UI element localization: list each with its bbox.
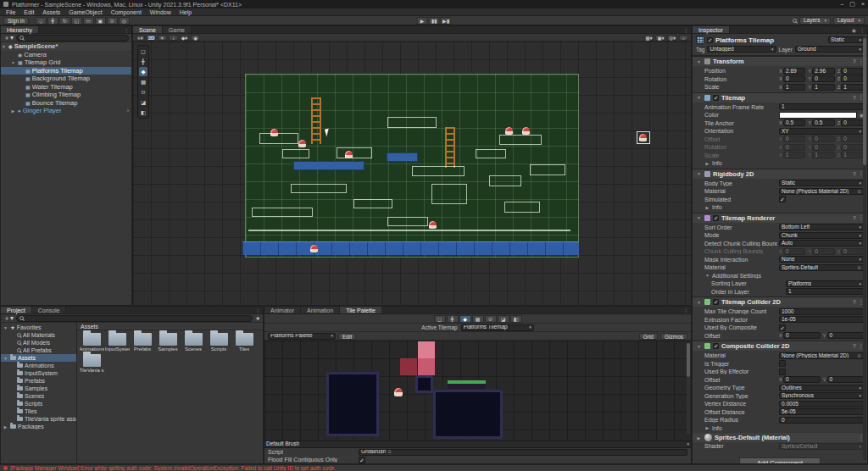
enable-checkbox[interactable]: ✓ (713, 215, 719, 221)
tag-dropdown[interactable]: Untagged▾ (707, 46, 776, 53)
asset-folder-prefabs[interactable]: Prefabs (130, 333, 155, 352)
material-header[interactable]: ▶ Sprites-Default (Material) ⋮ (693, 433, 867, 442)
component-header[interactable]: ▼Rigidbody 2D?⋮ (693, 169, 867, 179)
menu-icon[interactable]: ⋮ (860, 27, 865, 33)
close-button[interactable]: × (861, 1, 865, 8)
search-button[interactable]: ⌕ (679, 35, 688, 41)
object-picker-icon[interactable]: ⊙ (857, 353, 861, 359)
rotation-z-field[interactable]: 0 (841, 75, 864, 82)
paint-brush-tool[interactable]: ◆ (459, 315, 471, 323)
help-icon[interactable]: ? (853, 299, 856, 305)
project-tree-scenes[interactable]: Scenes (1, 392, 76, 400)
hierarchy-item-ginger-player[interactable]: ▶●Ginger Player› (1, 107, 131, 115)
brush-dropdown[interactable]: Default Brush▾ (264, 441, 691, 448)
create-add-button[interactable]: ＋▾ (3, 34, 14, 42)
asset-folder-samples[interactable]: Samples (155, 333, 181, 352)
foldout-info[interactable]: Info (712, 160, 722, 166)
camera-dropdown[interactable]: ▣▾ (655, 35, 665, 41)
edge-radius-field[interactable]: 0 (779, 417, 864, 424)
add-component-button[interactable]: Add Component (739, 457, 821, 464)
project-search-input[interactable] (16, 315, 253, 322)
active-tilemap-dropdown[interactable]: Platforms Tilemap▾ (461, 324, 534, 331)
hand-tool-button[interactable]: ◇ (36, 17, 47, 25)
rotation-y-field[interactable]: 0 (812, 75, 834, 82)
material-object-field[interactable]: None (Physics Material 2D)⊙ (779, 352, 864, 359)
offset-distance-field[interactable]: 5e-05 (779, 408, 864, 415)
fold-arrow-icon[interactable]: ▼ (696, 171, 702, 176)
help-icon[interactable]: ? (853, 215, 856, 221)
palette-tile-dungeon[interactable] (415, 375, 433, 393)
script-object-field[interactable]: GridBrush⊙ (359, 449, 687, 456)
sign-in-button[interactable]: Sign in (3, 17, 29, 25)
material-object-field[interactable]: None (Physics Material 2D)⊙ (779, 188, 864, 195)
audio-toggle[interactable]: ♪ (169, 35, 178, 41)
asset-folder-tiles[interactable]: Tiles (231, 333, 257, 352)
palette-tile-pink[interactable] (418, 341, 435, 358)
object-picker-icon[interactable]: ⊙ (857, 189, 861, 195)
foldout-additional-settings[interactable]: Additional Settings (712, 273, 761, 279)
animation-frame-rate-field[interactable]: 1 (779, 103, 864, 110)
fold-arrow-icon[interactable]: ▶ (704, 205, 710, 210)
fold-arrow-icon[interactable]: ▼ (3, 325, 8, 330)
menu-icon[interactable]: ⋮ (124, 27, 129, 33)
project-tree-prefabs[interactable]: Prefabs (1, 377, 76, 385)
active-checkbox[interactable]: ✓ (707, 37, 713, 43)
tile-anchor-z-field[interactable]: 0 (841, 119, 864, 126)
menu-component[interactable]: Component (107, 8, 146, 16)
layout-dropdown[interactable]: Layout▾ (833, 17, 865, 25)
fold-arrow-icon[interactable]: ▼ (3, 356, 8, 361)
scale-x-field[interactable]: 1 (783, 152, 805, 158)
asset-folder-scenes[interactable]: Scenes (181, 333, 206, 352)
menu-icon[interactable]: ⋮ (255, 308, 260, 313)
project-tree-all-materials[interactable]: All Materials (1, 331, 76, 339)
box-fill-tool[interactable]: ▩ (139, 77, 147, 86)
menu-file[interactable]: File (2, 8, 19, 16)
asset-folder-animations[interactable]: Animations (79, 333, 104, 352)
tab-console[interactable]: Console (32, 307, 67, 313)
palette-tile-mushroom[interactable] (394, 388, 403, 396)
tab-scene[interactable]: Scene (133, 26, 163, 33)
component-header[interactable]: ▼✓Tilemap?⋮ (693, 93, 867, 103)
material-object-field[interactable]: Sprites-Default⊙ (779, 264, 864, 271)
create-asset-button[interactable]: ＋▾ (3, 314, 14, 322)
2d-toggle[interactable]: 2D (147, 35, 156, 41)
sort-order-dropdown[interactable]: Bottom Left▾ (779, 224, 864, 230)
flood-fill-checkbox[interactable]: ✓ (359, 457, 365, 463)
fold-arrow-icon[interactable]: ▼ (704, 273, 710, 278)
help-icon[interactable]: ? (853, 95, 856, 101)
project-tree-packages[interactable]: ▶Packages (1, 423, 76, 430)
max-tile-change-count-field[interactable]: 1000 (779, 308, 864, 315)
used-by-effector-checkbox[interactable] (779, 368, 786, 375)
fold-arrow-icon[interactable]: ▶ (704, 161, 710, 166)
pause-button[interactable]: ▮▮ (429, 17, 440, 25)
layer-dropdown[interactable]: Ground▾ (795, 46, 864, 53)
rotation-z-field[interactable]: 0 (841, 144, 864, 151)
object-picker-icon[interactable]: ⊙ (857, 265, 861, 271)
tab-hierarchy[interactable]: Hierarchy (1, 26, 39, 33)
transform-tool-button[interactable]: ▣ (95, 17, 106, 25)
select-tool[interactable]: ◻ (434, 315, 446, 323)
fold-arrow-icon[interactable]: ▼ (696, 95, 702, 100)
flood-fill-tool[interactable]: ◧ (139, 108, 147, 117)
fold-arrow-icon[interactable]: ▶ (696, 435, 702, 441)
assets-breadcrumb[interactable]: Assets (77, 323, 263, 330)
tab-inspector[interactable]: Inspector (693, 26, 730, 33)
grid-toggle-button[interactable]: Grid (639, 333, 658, 340)
global-tool-button[interactable]: ◎ (119, 17, 130, 25)
status-bar[interactable]: [Package Manager Window] Error while get… (0, 464, 868, 471)
simulated-checkbox[interactable]: ✓ (779, 196, 786, 202)
chunk-culling-bounds-x-field[interactable]: 0 (783, 248, 805, 255)
fold-arrow-icon[interactable]: ▶ (3, 424, 8, 429)
palette-tile-dungeon[interactable] (326, 372, 379, 436)
menu-icon[interactable]: ⋮ (683, 27, 688, 33)
hierarchy-item-camera[interactable]: ◉Camera (1, 51, 131, 59)
fold-arrow-icon[interactable]: ▼ (10, 60, 16, 65)
fold-arrow-icon[interactable]: ▼ (696, 215, 702, 220)
gizmos-toggle-button[interactable]: Gizmos (660, 333, 687, 340)
select-tool[interactable]: ◻ (139, 47, 147, 56)
static-dropdown[interactable]: Static▾ (828, 36, 864, 43)
enable-checkbox[interactable]: ✓ (713, 343, 719, 349)
palette-scrollbar[interactable] (687, 342, 690, 435)
tab-project[interactable]: Project (1, 307, 32, 313)
project-tree-tilevania-sprite-assets[interactable]: TileVania sprite assets (1, 415, 76, 423)
